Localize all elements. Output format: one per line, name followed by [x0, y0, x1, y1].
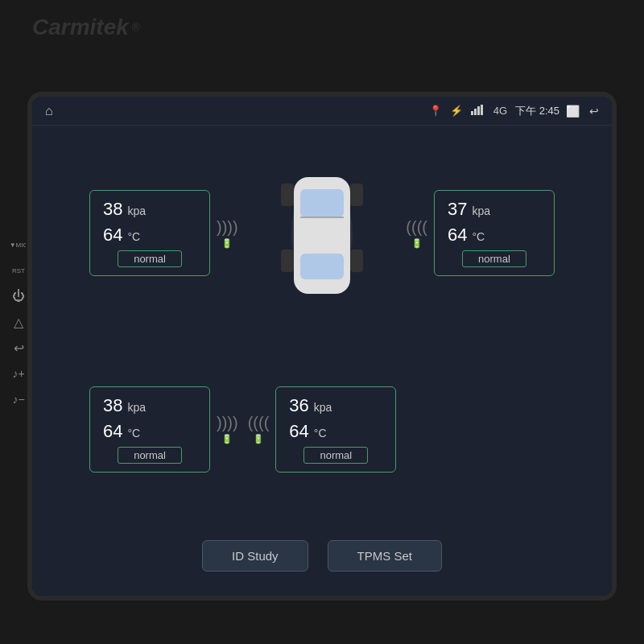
- bottom-buttons: ID Study TPMS Set: [52, 534, 592, 581]
- fr-wave-icon: ((((: [406, 218, 427, 237]
- svg-rect-6: [300, 189, 344, 217]
- car-top: [248, 140, 397, 327]
- rl-sensor: )))) 🔋: [217, 414, 238, 444]
- rl-pressure-unit: kpa: [128, 401, 147, 414]
- network-label: 4G: [493, 105, 507, 117]
- brand-logo: Carmitek: [32, 14, 129, 40]
- side-btn-home[interactable]: △: [11, 315, 26, 329]
- front-left-zone: 38 kpa 64 °C normal )))) �: [52, 140, 238, 327]
- status-action-icons: ⬜ ↩: [566, 105, 599, 118]
- rr-pressure-unit: kpa: [314, 401, 332, 414]
- front-right-zone: (((( 🔋 37 kpa 64 °C n: [406, 140, 592, 327]
- svg-rect-3: [481, 105, 483, 115]
- signal-bars-icon: [471, 104, 485, 118]
- side-btn-vol-up[interactable]: ♪+: [11, 366, 26, 381]
- rr-sensor: (((( 🔋: [248, 414, 270, 444]
- fr-pressure: 37: [448, 199, 467, 220]
- device-body: Carmitek ® ▼MIC RST ⏻ △ ↩ ♪+ ♪− ⌂ 📍 ⚡: [0, 0, 644, 644]
- rl-status: normal: [118, 447, 182, 464]
- tire-box-front-right: 37 kpa 64 °C normal: [434, 190, 555, 276]
- screen: ⌂ 📍 ⚡ 4G 下午 2:45: [32, 97, 612, 596]
- rr-wave-icon: ((((: [248, 414, 270, 432]
- rl-pressure: 38: [103, 395, 122, 416]
- side-btn-rst[interactable]: RST: [11, 263, 26, 278]
- side-btn-vol-down[interactable]: ♪−: [11, 392, 26, 407]
- fr-sensor: (((( 🔋: [406, 218, 427, 249]
- fr-temp: 64: [448, 225, 467, 246]
- svg-rect-8: [281, 184, 294, 206]
- svg-rect-10: [281, 250, 294, 272]
- location-icon: 📍: [429, 105, 442, 117]
- rr-battery-icon: 🔋: [253, 434, 264, 444]
- svg-rect-7: [300, 254, 344, 279]
- svg-rect-9: [350, 184, 363, 206]
- side-btn-back[interactable]: ↩: [11, 341, 26, 355]
- home-icon[interactable]: ⌂: [45, 104, 53, 118]
- status-time: 下午 2:45: [515, 104, 559, 118]
- tire-box-front-left: 38 kpa 64 °C normal: [89, 190, 210, 276]
- fl-battery-icon: 🔋: [221, 238, 233, 249]
- bluetooth-icon: ⚡: [450, 105, 463, 117]
- brand-reg-symbol: ®: [132, 21, 140, 34]
- rr-temp: 64: [289, 421, 308, 442]
- main-content: 38 kpa 64 °C normal )))) �: [32, 126, 612, 596]
- rr-temp-unit: °C: [314, 427, 327, 440]
- tpms-set-button[interactable]: TPMS Set: [328, 540, 442, 572]
- car-svg: [270, 145, 374, 322]
- rl-battery-icon: 🔋: [221, 434, 233, 444]
- fr-pressure-unit: kpa: [472, 204, 490, 217]
- fl-pressure: 38: [103, 199, 122, 220]
- svg-rect-1: [474, 109, 477, 115]
- svg-rect-2: [477, 106, 480, 115]
- svg-rect-0: [471, 111, 473, 115]
- tpms-grid: 38 kpa 64 °C normal )))) �: [52, 140, 592, 522]
- svg-rect-11: [350, 250, 363, 272]
- fr-temp-unit: °C: [472, 230, 485, 243]
- window-icon[interactable]: ⬜: [566, 105, 580, 118]
- fl-wave-icon: )))): [217, 218, 238, 237]
- rear-right-zone: (((( 🔋 36 kpa 64 °C n: [248, 336, 397, 523]
- rl-wave-icon: )))): [217, 414, 238, 432]
- back-nav-icon[interactable]: ↩: [589, 105, 599, 118]
- fl-temp-unit: °C: [128, 230, 141, 243]
- fl-status: normal: [118, 250, 182, 267]
- status-bar: ⌂ 📍 ⚡ 4G 下午 2:45: [32, 97, 612, 126]
- tire-box-rear-left: 38 kpa 64 °C normal: [89, 386, 210, 473]
- rr-pressure: 36: [289, 395, 308, 416]
- status-icons: 📍 ⚡ 4G 下午 2:45: [429, 104, 559, 118]
- screen-bezel: ⌂ 📍 ⚡ 4G 下午 2:45: [32, 97, 612, 596]
- id-study-button[interactable]: ID Study: [202, 540, 308, 572]
- rl-temp-unit: °C: [128, 427, 141, 440]
- side-btn-power[interactable]: ⏻: [11, 289, 26, 303]
- fr-status: normal: [462, 250, 526, 267]
- side-btn-mic[interactable]: ▼MIC: [11, 237, 26, 252]
- rear-left-zone: 38 kpa 64 °C normal )))) 🔋: [52, 336, 238, 523]
- tire-box-rear-right: 36 kpa 64 °C normal: [275, 386, 396, 473]
- rl-temp: 64: [103, 421, 122, 442]
- fl-pressure-unit: kpa: [128, 204, 147, 217]
- fr-battery-icon: 🔋: [411, 238, 423, 249]
- rr-status: normal: [303, 447, 368, 464]
- fl-temp: 64: [103, 225, 122, 246]
- side-controls: ▼MIC RST ⏻ △ ↩ ♪+ ♪−: [11, 237, 26, 407]
- brand-area: Carmitek ®: [32, 14, 140, 40]
- fl-sensor: )))) 🔋: [217, 218, 238, 249]
